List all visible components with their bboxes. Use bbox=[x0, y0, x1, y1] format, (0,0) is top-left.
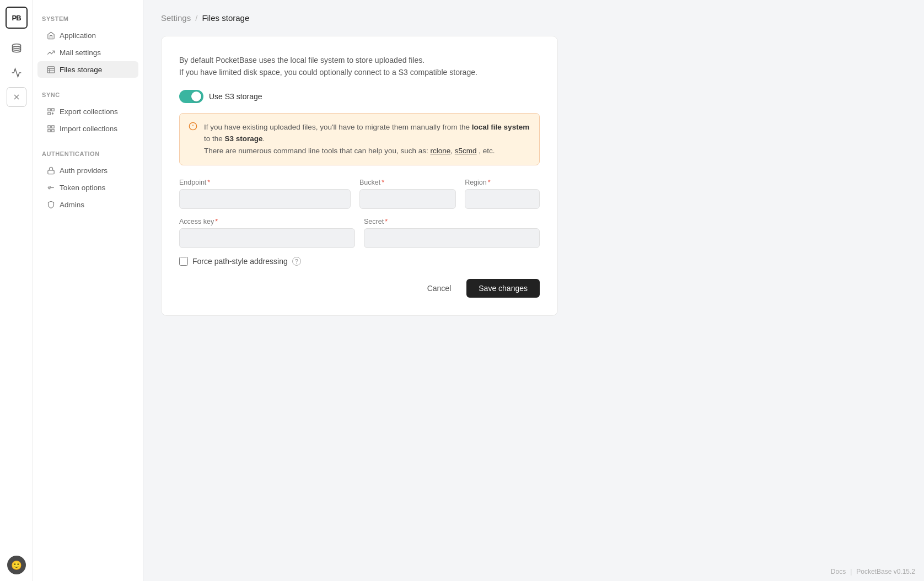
svg-rect-7 bbox=[47, 108, 50, 110]
force-path-style-checkbox[interactable] bbox=[179, 257, 188, 266]
breadcrumb-parent[interactable]: Settings bbox=[161, 13, 191, 23]
region-required: * bbox=[488, 179, 491, 186]
endpoint-label: Endpoint* bbox=[179, 179, 351, 186]
alert-bold2: S3 storage bbox=[225, 135, 263, 143]
file-storage-icon bbox=[46, 65, 55, 74]
alert-comma1: , bbox=[450, 147, 453, 155]
footer-separator: | bbox=[850, 568, 852, 575]
bucket-label: Bucket* bbox=[359, 179, 456, 186]
force-path-style-row: Force path-style addressing ? bbox=[179, 257, 540, 266]
breadcrumb-separator: / bbox=[195, 13, 197, 23]
sidebar-item-files-storage[interactable]: Files storage bbox=[37, 61, 138, 78]
sidebar-item-mail-settings[interactable]: Mail settings bbox=[37, 44, 138, 61]
version-label: PocketBase v0.15.2 bbox=[856, 568, 915, 575]
alert-icon bbox=[189, 122, 197, 132]
sidebar-item-import-collections[interactable]: Import collections bbox=[37, 120, 138, 137]
svg-rect-8 bbox=[51, 108, 53, 110]
secret-label: Secret* bbox=[364, 218, 540, 225]
sidebar-item-import-label: Import collections bbox=[60, 125, 117, 133]
icon-rail: PB 🙂 bbox=[0, 0, 33, 581]
access-key-group: Access key* bbox=[179, 218, 355, 248]
breadcrumb-current: Files storage bbox=[202, 13, 249, 23]
chart-icon[interactable] bbox=[7, 63, 26, 83]
svg-rect-11 bbox=[51, 125, 53, 127]
region-input[interactable] bbox=[465, 189, 540, 209]
form-row-1: Endpoint* Bucket* Region* bbox=[179, 179, 540, 209]
home-icon bbox=[46, 31, 55, 40]
alert-line1-before: If you have existing uploaded files, you… bbox=[204, 123, 472, 131]
s5cmd-link[interactable]: s5cmd bbox=[455, 147, 477, 155]
user-avatar[interactable]: 🙂 bbox=[7, 556, 26, 574]
svg-point-15 bbox=[49, 187, 50, 189]
access-key-input[interactable] bbox=[179, 228, 355, 248]
svg-rect-13 bbox=[51, 129, 53, 131]
form-actions: Cancel Save changes bbox=[179, 279, 540, 298]
footer: Docs | PocketBase v0.15.2 bbox=[831, 568, 915, 575]
force-path-style-label[interactable]: Force path-style addressing bbox=[192, 257, 288, 266]
sidebar-item-export-collections[interactable]: Export collections bbox=[37, 103, 138, 120]
sidebar-item-application-label: Application bbox=[60, 31, 96, 40]
description-text: By default PocketBase uses the local fil… bbox=[179, 54, 540, 79]
secret-group: Secret* bbox=[364, 218, 540, 248]
alert-text-end: , etc. bbox=[477, 147, 495, 155]
sidebar-item-token-label: Token options bbox=[60, 184, 105, 192]
svg-point-0 bbox=[12, 44, 20, 47]
secret-input[interactable] bbox=[364, 228, 540, 248]
sync-section-label: Sync bbox=[33, 92, 143, 103]
main-content: Settings / Files storage By default Pock… bbox=[143, 0, 924, 581]
error-icon[interactable] bbox=[7, 87, 26, 107]
alert-bold1: local file system bbox=[472, 123, 529, 131]
alert-line1-after: . bbox=[263, 135, 265, 143]
access-key-required: * bbox=[215, 218, 218, 225]
sidebar: System Application Mail settings bbox=[33, 0, 143, 581]
token-icon bbox=[46, 183, 55, 192]
rclone-link[interactable]: rclone bbox=[430, 147, 450, 155]
migration-alert: If you have existing uploaded files, you… bbox=[179, 113, 540, 165]
svg-rect-14 bbox=[47, 170, 53, 174]
breadcrumb: Settings / Files storage bbox=[161, 13, 906, 23]
access-key-label: Access key* bbox=[179, 218, 355, 225]
sidebar-item-token-options[interactable]: Token options bbox=[37, 179, 138, 196]
docs-link[interactable]: Docs bbox=[831, 568, 846, 575]
lock-icon bbox=[46, 166, 55, 175]
s3-toggle[interactable] bbox=[179, 90, 203, 103]
system-section-label: System bbox=[33, 15, 143, 26]
sidebar-item-files-label: Files storage bbox=[60, 66, 102, 74]
sidebar-item-admins[interactable]: Admins bbox=[37, 196, 138, 213]
app-logo[interactable]: PB bbox=[6, 7, 28, 29]
svg-rect-9 bbox=[47, 112, 50, 114]
s3-toggle-row: Use S3 storage bbox=[179, 90, 540, 103]
svg-rect-12 bbox=[47, 129, 50, 131]
endpoint-input[interactable] bbox=[179, 189, 351, 209]
s3-toggle-label: Use S3 storage bbox=[209, 92, 262, 101]
sidebar-item-admins-label: Admins bbox=[60, 201, 84, 209]
endpoint-group: Endpoint* bbox=[179, 179, 351, 209]
region-group: Region* bbox=[465, 179, 540, 209]
region-label: Region* bbox=[465, 179, 540, 186]
database-icon[interactable] bbox=[7, 39, 26, 58]
sidebar-item-auth-providers[interactable]: Auth providers bbox=[37, 162, 138, 179]
save-button[interactable]: Save changes bbox=[466, 279, 540, 298]
secret-required: * bbox=[385, 218, 388, 225]
sidebar-item-export-label: Export collections bbox=[60, 107, 118, 116]
sidebar-item-application[interactable]: Application bbox=[37, 27, 138, 44]
cancel-button[interactable]: Cancel bbox=[418, 279, 460, 298]
form-row-2: Access key* Secret* bbox=[179, 218, 540, 248]
export-icon bbox=[46, 107, 55, 116]
import-icon bbox=[46, 124, 55, 133]
help-icon[interactable]: ? bbox=[292, 257, 301, 266]
auth-section-label: Authentication bbox=[33, 150, 143, 162]
settings-card: By default PocketBase uses the local fil… bbox=[161, 36, 558, 316]
mail-icon bbox=[46, 48, 55, 57]
bucket-input[interactable] bbox=[359, 189, 456, 209]
shield-icon bbox=[46, 200, 55, 209]
svg-rect-10 bbox=[47, 125, 50, 127]
alert-line2-before: There are numerous command line tools th… bbox=[204, 147, 430, 155]
sidebar-item-mail-label: Mail settings bbox=[60, 49, 101, 57]
alert-line1-mid: to the bbox=[204, 135, 225, 143]
svg-rect-3 bbox=[47, 66, 55, 72]
bucket-group: Bucket* bbox=[359, 179, 456, 209]
sidebar-item-auth-label: Auth providers bbox=[60, 166, 108, 175]
alert-text: If you have existing uploaded files, you… bbox=[204, 121, 530, 157]
endpoint-required: * bbox=[207, 179, 210, 186]
